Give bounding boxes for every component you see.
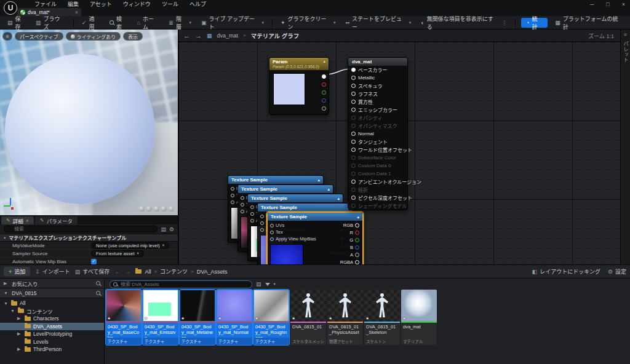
collapse-icon[interactable]: ▴ xyxy=(323,59,325,64)
pin-icon[interactable] xyxy=(250,219,254,223)
save-all-button[interactable]: ▤ すべて保存 xyxy=(75,267,110,275)
pin-icon[interactable] xyxy=(351,116,356,120)
material-input-pin[interactable]: ピクセル深度オフセット xyxy=(348,194,407,202)
pin-icon[interactable] xyxy=(231,200,234,204)
pin-icon[interactable] xyxy=(351,84,356,88)
material-input-pin[interactable]: オパシティ xyxy=(348,114,407,122)
pin-output-rgb[interactable] xyxy=(322,74,326,79)
pin-icon[interactable] xyxy=(355,238,359,242)
preview-shape-icon[interactable] xyxy=(139,206,145,212)
material-input-pin[interactable]: Custom Data 1 xyxy=(348,170,407,178)
close-button[interactable]: × xyxy=(622,1,625,7)
toolbar-button[interactable]: ▤保存 xyxy=(2,16,31,29)
details-checkbox[interactable]: ✓ xyxy=(91,259,97,264)
toolbar-button[interactable]: ◔統計 xyxy=(521,18,548,28)
pin-icon[interactable] xyxy=(351,164,356,168)
pin-output-g[interactable] xyxy=(322,90,326,95)
material-input-pin[interactable]: Custom Data 0 xyxy=(348,162,407,170)
pin-output-a[interactable] xyxy=(322,106,326,111)
asset-tile[interactable]: ★DVA_0815_01_Skeletonスケルトン xyxy=(364,290,400,345)
tab-details[interactable]: ✎ 詳細 × xyxy=(1,216,34,224)
pin-output-b[interactable] xyxy=(322,98,326,103)
material-input-pin[interactable]: Subsurface Color xyxy=(348,154,407,162)
add-button[interactable]: + 追加 xyxy=(4,267,30,276)
asset-tile[interactable]: ★DVA_0815_01スケルタルメッシュ xyxy=(290,290,326,345)
pin-icon[interactable] xyxy=(250,205,254,209)
viewport-perspective-button[interactable]: パースペクティブ xyxy=(15,32,63,41)
pin-icon[interactable] xyxy=(231,187,234,191)
tab-parameters[interactable]: ✎ パラメータ xyxy=(35,216,78,224)
pin-icon[interactable] xyxy=(351,196,356,200)
nav-forward-icon[interactable]: → xyxy=(124,268,130,275)
viewport-menu-icon[interactable]: ≡ xyxy=(2,32,12,41)
material-input-pin[interactable]: 屈折 xyxy=(348,186,407,194)
pin-icon[interactable] xyxy=(351,132,356,136)
details-section-header[interactable]: ▾ マテリアルエクスプレッションテクスチャーサンプル xyxy=(0,234,178,242)
folder-tree-item[interactable]: DVA_Assets xyxy=(0,323,104,331)
tab-dva-mat[interactable]: dva_mat* × xyxy=(17,8,81,16)
gear-icon[interactable]: ⚙ xyxy=(169,226,174,232)
collapse-icon[interactable]: ▴ xyxy=(327,187,330,192)
texture-sample-header[interactable]: Texture Sample▴ xyxy=(238,185,333,193)
viewport-show-button[interactable]: 表示 xyxy=(123,32,143,41)
pin-icon[interactable] xyxy=(351,124,356,128)
folder-tree-item[interactable]: ▶Characters xyxy=(0,315,104,323)
collapse-icon[interactable]: ▴ xyxy=(317,178,320,183)
pin-icon[interactable] xyxy=(351,156,356,160)
menu-item[interactable]: ウィンドウ xyxy=(123,0,151,8)
asset-tile[interactable]: ★0430_SP_Body_mat_Emissiveテクスチャ xyxy=(143,290,178,345)
material-input-pin[interactable]: Metallic xyxy=(348,74,407,82)
output-pin-B[interactable]: B xyxy=(350,245,359,250)
texture-sample-header[interactable]: Texture Sample▴ xyxy=(258,204,353,212)
maximize-button[interactable]: □ xyxy=(606,1,609,7)
material-input-pin[interactable]: シェーディングモデル xyxy=(348,202,407,210)
texture-sample-header[interactable]: Texture Sample▴ xyxy=(268,213,362,221)
view-options-icon[interactable]: ▤ xyxy=(161,226,166,232)
pin-icon[interactable] xyxy=(351,204,356,208)
palette-tab[interactable]: ≡ パレット xyxy=(620,30,630,264)
search-icon[interactable] xyxy=(96,281,100,285)
output-pin-RGBA[interactable]: RGBA xyxy=(340,259,359,264)
param-color-swatch[interactable] xyxy=(273,73,305,105)
input-pin-UVs[interactable]: UVs xyxy=(270,223,316,228)
param-node[interactable]: Param Param (0.5,0.621,0.956,0) ▴ xyxy=(269,57,329,115)
material-input-pin[interactable]: エミッシブカラー xyxy=(348,106,407,114)
preview-shape-icon[interactable] xyxy=(161,206,167,212)
material-input-pin[interactable]: ベースカラー xyxy=(348,66,407,74)
pin-icon[interactable] xyxy=(355,223,359,228)
search-icon[interactable] xyxy=(96,291,100,295)
filter-icon[interactable] xyxy=(265,283,270,286)
menu-item[interactable]: ファイル xyxy=(34,0,57,8)
folder-tree-item[interactable]: ▶LevelPrototyping xyxy=(0,330,104,338)
toolbar-button[interactable]: ✦グラフをクリーン▾ xyxy=(276,16,341,29)
asset-tile[interactable]: ★0430_SP_Body_mat_BaseColorテクスチャ xyxy=(106,290,142,345)
pin-icon[interactable] xyxy=(241,210,244,213)
minimize-button[interactable]: ─ xyxy=(590,1,594,7)
output-pin-A[interactable]: A xyxy=(350,252,359,258)
menu-item[interactable]: ヘルプ xyxy=(189,0,206,8)
import-button[interactable]: ⇩ インポート xyxy=(35,267,70,275)
breadcrumb-asset[interactable]: dva_mat xyxy=(217,33,239,39)
asset-tile[interactable]: ★0430_SP_Body_mat_Normalテクスチャ xyxy=(217,290,252,345)
tab-close-icon[interactable]: × xyxy=(75,9,78,15)
chevron-down-icon[interactable]: ▾ xyxy=(274,282,276,287)
pin-icon[interactable] xyxy=(270,231,274,234)
asset-tile[interactable]: ★0430_SP_Body_mat_Roughnessテクスチャ xyxy=(253,290,289,345)
collapse-icon[interactable]: ▴ xyxy=(357,215,359,220)
toolbar-button[interactable]: 検索 xyxy=(105,16,132,29)
folder-tree-item[interactable]: ▼コンテンツ xyxy=(0,307,104,315)
asset-tile[interactable]: ★DVA_0815_01_PhysicsAsset物理アセット xyxy=(327,290,363,345)
toolbar-button[interactable]: ≣階層▾ xyxy=(164,16,196,29)
menu-item[interactable]: アセット xyxy=(90,0,112,8)
texture-sample-header[interactable]: Texture Sample▴ xyxy=(248,194,343,202)
pin-icon[interactable] xyxy=(351,68,356,72)
viewport-lit-mode-button[interactable]: ライティングあり xyxy=(66,32,121,41)
pin-icon[interactable] xyxy=(260,215,264,218)
collection-header[interactable]: ▼ DVA_0815 xyxy=(0,288,104,298)
material-graph[interactable]: ← → ▦ dva_mat > マテリアル グラフ ズーム 1:1 ≡ パレット… xyxy=(178,30,630,264)
toolbar-button[interactable]: ▪▪ステートをプレビュー▾ xyxy=(341,16,417,29)
pin-icon[interactable] xyxy=(355,245,359,250)
pin-icon[interactable] xyxy=(355,260,359,264)
pin-icon[interactable] xyxy=(260,228,264,232)
save-search-icon[interactable]: ▤ xyxy=(256,281,261,287)
